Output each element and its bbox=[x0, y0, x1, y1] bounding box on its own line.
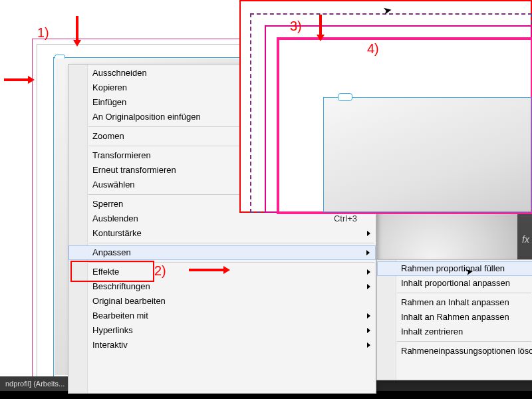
submenu-item-inhalt-proportional-anpassen[interactable]: Inhalt proportional anpassen bbox=[377, 276, 532, 291]
submenu-item-label: Inhalt proportional anpassen bbox=[401, 278, 510, 288]
menu-item-label: Konturstärke bbox=[92, 228, 142, 238]
zoom-cursor-icon: ➤ bbox=[382, 3, 392, 17]
menu-item-label: Einfügen bbox=[92, 97, 126, 107]
submenu-arrow-icon bbox=[367, 328, 370, 333]
submenu-arrow-icon bbox=[367, 269, 370, 275]
submenu-arrow-icon bbox=[367, 284, 370, 289]
menu-item-original-bearbeiten[interactable]: Original bearbeiten bbox=[68, 294, 376, 309]
submenu-arrow-icon bbox=[367, 313, 370, 319]
menu-item-label: Ausschneiden bbox=[92, 68, 147, 78]
menu-item-konturst-rke[interactable]: Konturstärke bbox=[68, 226, 376, 241]
submenu-item-label: Rahmeneinpassungsoptionen löschen bbox=[401, 346, 532, 356]
zoom-panel: ➤ bbox=[239, 0, 532, 213]
menu-item-label: Sperren bbox=[92, 199, 123, 209]
arrow-1-right bbox=[4, 78, 28, 81]
submenu-item-inhalt-an-rahmen-anpassen[interactable]: Inhalt an Rahmen anpassen bbox=[377, 310, 532, 325]
menu-item-label: Interaktiv bbox=[92, 340, 128, 350]
annotation-3: 3) bbox=[290, 19, 302, 34]
submenu-item-label: Rahmen proportional füllen bbox=[401, 263, 505, 273]
menu-item-label: Auswählen bbox=[92, 180, 135, 190]
submenu-item-label: Inhalt an Rahmen anpassen bbox=[401, 312, 509, 322]
annotation-1: 1) bbox=[37, 25, 49, 41]
submenu-arrow-icon bbox=[367, 231, 370, 236]
menu-item-hyperlinks[interactable]: Hyperlinks bbox=[68, 323, 376, 338]
taskbar-button-document[interactable]: ndprofil] (Arbeits... bbox=[0, 376, 70, 391]
fx-label: fx bbox=[522, 234, 529, 245]
menu-item-label: Erneut transformieren bbox=[92, 165, 176, 175]
submenu-anpassen[interactable]: Rahmen proportional füllenInhalt proport… bbox=[376, 259, 532, 380]
submenu-arrow-icon bbox=[366, 250, 370, 255]
menu-item-label: An Originalposition einfügen bbox=[92, 112, 201, 122]
menu-item-interaktiv[interactable]: Interaktiv bbox=[68, 338, 376, 352]
submenu-item-label: Rahmen an Inhalt anpassen bbox=[401, 297, 509, 307]
submenu-item-rahmeneinpassungsoptionen-l-schen[interactable]: Rahmeneinpassungsoptionen löschen bbox=[377, 344, 532, 358]
menu-item-label: Zoomen bbox=[92, 131, 124, 141]
menu-item-label: Bearbeiten mit bbox=[92, 311, 148, 321]
zoom-image-frame bbox=[323, 97, 531, 212]
menu-item-label: Beschriftungen bbox=[92, 281, 150, 291]
arrow-2-right bbox=[189, 269, 223, 271]
menu-item-label: Transformieren bbox=[92, 150, 151, 160]
menu-item-label: Hyperlinks bbox=[92, 325, 133, 335]
arrow-1-down bbox=[76, 16, 78, 40]
submenu-item-rahmen-proportional-f-llen[interactable]: Rahmen proportional füllen bbox=[377, 261, 532, 276]
submenu-items: Rahmen proportional füllenInhalt proport… bbox=[377, 260, 532, 360]
submenu-arrow-icon bbox=[367, 342, 370, 348]
arrow-3-down bbox=[319, 15, 322, 35]
menu-item-anpassen[interactable]: Anpassen bbox=[68, 245, 376, 260]
menu-item-label: Original bearbeiten bbox=[92, 296, 166, 306]
menu-item-label: Kopieren bbox=[92, 82, 127, 92]
menu-item-bearbeiten-mit[interactable]: Bearbeiten mit bbox=[68, 309, 376, 323]
menu-separator bbox=[397, 341, 531, 342]
zoom-link-icon bbox=[338, 93, 352, 101]
menu-item-label: Anpassen bbox=[92, 247, 131, 257]
submenu-item-inhalt-zentrieren[interactable]: Inhalt zentrieren bbox=[377, 325, 532, 339]
menu-separator bbox=[397, 293, 531, 293]
menu-item-label: Ausblenden bbox=[92, 213, 138, 223]
annotation-box-anpassen bbox=[70, 261, 154, 282]
annotation-4: 4) bbox=[367, 41, 379, 57]
menu-separator bbox=[88, 243, 374, 243]
annotation-2: 2) bbox=[154, 263, 166, 279]
submenu-item-rahmen-an-inhalt-anpassen[interactable]: Rahmen an Inhalt anpassen bbox=[377, 295, 532, 310]
stage: fx ndprofil] (Arbeits... AusschneidenKop… bbox=[0, 0, 532, 399]
cursor-icon: ➤ bbox=[465, 265, 475, 277]
submenu-item-label: Inhalt zentrieren bbox=[401, 327, 463, 336]
